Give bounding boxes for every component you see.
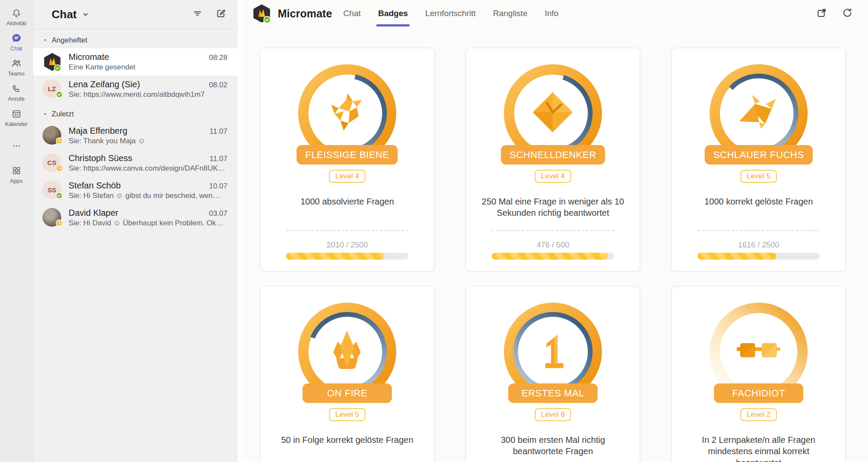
badge-progress: 2010 / 2500 [260,230,434,271]
rail-item-label: Teams [8,70,24,77]
chat-panel: Chat Angeheftet [33,0,238,462]
tab-rangliste[interactable]: Rangliste [493,0,527,27]
app-title: Micromate [278,7,332,20]
new-chat-icon[interactable] [215,8,227,21]
chat-time: 10.07 [209,182,227,191]
origami-diamond-clock-icon [528,87,578,137]
chevron-down-icon[interactable] [82,11,89,18]
badge-description: 1000 korrekt gelöste Fragen [690,196,828,207]
origami-flame-icon [322,326,372,376]
bell-icon [11,7,22,19]
badges-grid: FLEISSIGE BIENE Level 4 1000 absolvierte… [241,27,868,462]
badge-card-schnelldenker: SCHNELLDENKER Level 4 250 Mal eine Frage… [466,48,640,271]
tab-lernfortschritt[interactable]: Lernfortschritt [425,0,476,27]
dashed-divider [697,230,820,231]
badge-name-pill: SCHNELLDENKER [501,145,605,165]
micromate-app: Micromate Chat Badges Lernfortschritt Ra… [241,0,868,462]
chat-name: Christoph Süess [69,153,132,163]
chat-list-item-christoph[interactable]: CS Christoph Süess 11.07 Sie: https://ww… [33,149,238,177]
progress-count: 476 / 500 [492,241,614,250]
badge-medal: ON FIRE [297,302,397,403]
badge-progress: 1616 / 2500 [672,230,845,271]
badge-level: Level 5 [329,408,366,421]
badge-medal: SCHLAUER FUCHS [709,63,809,164]
presence-away-icon [56,137,63,146]
badge-name-pill: ON FIRE [302,383,392,403]
dashed-divider [492,230,614,231]
chat-panel-header: Chat [33,0,238,29]
chevron-down-icon [43,112,48,117]
badge-description: 300 beim ersten Mal richtig beantwortete… [466,434,640,457]
badge-level: Level 2 [740,408,777,421]
badge-card-fleissige-biene: FLEISSIGE BIENE Level 4 1000 absolvierte… [260,48,434,271]
rail-item-teams[interactable]: Teams [0,55,33,80]
glasses-icon [733,326,783,376]
progress-count: 2010 / 2500 [286,241,408,250]
chevron-down-icon [43,38,48,43]
rail-item-label: Chat [10,45,22,52]
chat-list-item-david[interactable]: David Klaper 03.07 Sie: Hi David ☺ Überh… [33,204,238,231]
rail-item-label: Apps [10,178,23,184]
rail-item-calls[interactable]: Anrufe [0,80,33,105]
badge-description: In 2 Lernpakete/n alle Fragen mindestens… [672,434,845,462]
rail-item-apps[interactable]: Apps [0,162,33,187]
presence-away-icon [56,165,63,174]
chat-filled-icon [11,33,22,44]
badge-name-pill: FACHIDIOT [714,383,803,403]
chat-time: 08.02 [209,81,227,89]
chat-list-item-micromate[interactable]: Micromate 08:28 Eine Karte gesendet [33,48,238,76]
badge-card-erstes-mal: ERSTES MAL Level 6 300 beim ersten Mal r… [466,286,640,462]
presence-available-icon [56,192,63,201]
number-one-icon [528,326,578,376]
rail-item-label: Anrufe [8,96,24,102]
apps-grid-icon [11,165,22,176]
badge-medal: FACHIDIOT [709,302,809,403]
chat-preview: Sie: Thank you Maja ☺ [69,137,227,145]
dashed-divider [286,230,408,231]
more-dots-icon [11,140,22,152]
tab-chat[interactable]: Chat [343,0,361,27]
chat-list-item-maja[interactable]: Maja Effenberg 11.07 Sie: Thank you Maja… [33,122,238,149]
chat-time: 03.07 [209,209,227,218]
chat-preview: Eine Karte gesendet [69,63,227,72]
chat-name: Maja Effenberg [69,126,127,136]
chat-panel-title: Chat [52,8,77,21]
badge-description: 50 in Folge korrekt gelöste Fragen [266,434,428,446]
rail-item-activity[interactable]: Aktivität [0,4,33,30]
rail-item-calendar[interactable]: Kalender [0,105,33,130]
badge-level: Level 6 [535,408,572,421]
refresh-icon[interactable] [842,7,853,20]
chat-preview: Sie: https://www.menti.com/altbdqwih1m7 [69,90,227,99]
section-header-pinned[interactable]: Angeheftet [33,29,238,48]
chat-time: 08:28 [209,53,227,62]
micromate-logo [252,3,272,23]
section-header-recent[interactable]: Zuletzt [33,103,238,122]
chat-name: David Klaper [69,208,118,218]
presence-available-icon [56,91,63,100]
chat-list-item-stefan[interactable]: SS Stefan Schöb 10.07 Sie: Hi Stefan ☺ g… [33,177,238,204]
chat-name: Micromate [69,52,109,62]
popout-icon[interactable] [816,7,828,20]
badge-description: 250 Mal eine Frage in weniger als 10 Sek… [466,196,640,219]
badge-card-fachidiot: FACHIDIOT Level 2 In 2 Lernpakete/n alle… [671,286,846,462]
progress-bar [286,253,408,260]
teams-window: Aktivität Chat Teams Anrufe Kalender [0,0,868,462]
badge-level: Level 5 [740,170,777,183]
badge-description: 1000 absolvierte Fragen [286,196,409,207]
tab-bar: Chat Badges Lernfortschritt Rangliste In… [343,0,559,27]
badge-name-pill: FLEISSIGE BIENE [296,145,398,165]
calendar-icon [11,108,22,119]
chat-list-item-lena[interactable]: LZ Lena Zeifang (Sie) 08.02 Sie: https:/… [33,76,238,103]
badge-card-on-fire: ON FIRE Level 5 50 in Folge korrekt gelö… [260,286,434,462]
badge-medal: SCHNELLDENKER [503,63,603,164]
micromate-logo-avatar [43,66,62,73]
tab-badges[interactable]: Badges [378,0,408,27]
badge-name-pill: ERSTES MAL [508,383,598,403]
tab-info[interactable]: Info [545,0,559,27]
filter-icon[interactable] [192,8,203,21]
chat-name: Lena Zeifang (Sie) [69,79,140,89]
rail-item-chat[interactable]: Chat [0,30,33,55]
rail-item-more[interactable] [0,137,33,156]
chat-preview: Sie: https://www.canva.com/design/DAFn8U… [69,164,227,173]
app-header: Micromate Chat Badges Lernfortschritt Ra… [241,0,868,27]
